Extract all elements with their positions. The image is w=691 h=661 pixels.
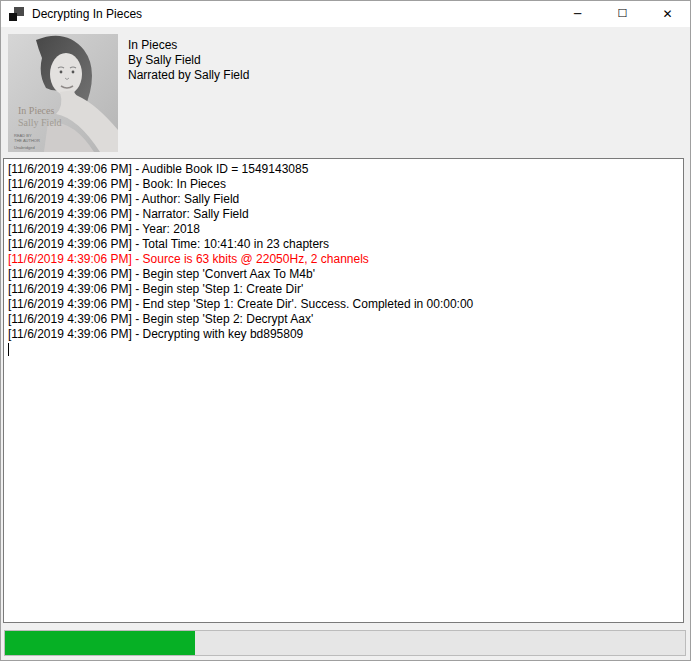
app-window: Decrypting In Pieces ─ ☐ ✕ bbox=[0, 0, 691, 661]
svg-text:THE AUTHOR: THE AUTHOR bbox=[14, 138, 40, 143]
minimize-icon: ─ bbox=[574, 8, 581, 20]
close-button[interactable]: ✕ bbox=[645, 1, 690, 27]
minimize-button[interactable]: ─ bbox=[555, 1, 600, 27]
log-line: [11/6/2019 4:39:06 PM] - End step 'Step … bbox=[8, 297, 679, 312]
text-caret bbox=[8, 343, 9, 356]
progress-bar bbox=[4, 630, 686, 656]
log-line: [11/6/2019 4:39:06 PM] - Begin step 'Con… bbox=[8, 267, 679, 282]
log-line: [11/6/2019 4:39:06 PM] - Audible Book ID… bbox=[8, 162, 679, 177]
maximize-button[interactable]: ☐ bbox=[600, 1, 645, 27]
book-title: In Pieces bbox=[128, 38, 249, 53]
window-title: Decrypting In Pieces bbox=[32, 7, 142, 21]
log-caret-line bbox=[8, 342, 679, 357]
app-icon-square-front bbox=[9, 13, 17, 21]
maximize-icon: ☐ bbox=[618, 8, 628, 19]
progress-fill bbox=[5, 631, 195, 655]
log-line: [11/6/2019 4:39:06 PM] - Begin step 'Ste… bbox=[8, 282, 679, 297]
log-textbox[interactable]: [11/6/2019 4:39:06 PM] - Audible Book ID… bbox=[3, 158, 684, 623]
log-line: [11/6/2019 4:39:06 PM] - Begin step 'Ste… bbox=[8, 312, 679, 327]
log-line: [11/6/2019 4:39:06 PM] - Decrypting with… bbox=[8, 327, 679, 342]
cover-edition-text: Unabridged bbox=[14, 145, 35, 150]
book-info: In Pieces By Sally Field Narrated by Sal… bbox=[128, 38, 249, 83]
log-line-error: [11/6/2019 4:39:06 PM] - Source is 63 kb… bbox=[8, 252, 679, 267]
book-author: By Sally Field bbox=[128, 53, 249, 68]
log-line: [11/6/2019 4:39:06 PM] - Year: 2018 bbox=[8, 222, 679, 237]
cover-title-text: In Pieces bbox=[18, 105, 54, 116]
log-line: [11/6/2019 4:39:06 PM] - Author: Sally F… bbox=[8, 192, 679, 207]
title-bar: Decrypting In Pieces ─ ☐ ✕ bbox=[1, 1, 690, 27]
window-controls: ─ ☐ ✕ bbox=[555, 1, 690, 27]
log-line: [11/6/2019 4:39:06 PM] - Narrator: Sally… bbox=[8, 207, 679, 222]
book-narrator: Narrated by Sally Field bbox=[128, 68, 249, 83]
log-line: [11/6/2019 4:39:06 PM] - Book: In Pieces bbox=[8, 177, 679, 192]
app-icon bbox=[9, 7, 24, 21]
book-cover-art: In Pieces Sally Field READ BY THE AUTHOR… bbox=[8, 34, 118, 152]
cover-author-text: Sally Field bbox=[18, 117, 62, 128]
book-cover-image: In Pieces Sally Field READ BY THE AUTHOR… bbox=[8, 34, 118, 152]
close-icon: ✕ bbox=[662, 8, 672, 20]
log-line: [11/6/2019 4:39:06 PM] - Total Time: 10:… bbox=[8, 237, 679, 252]
